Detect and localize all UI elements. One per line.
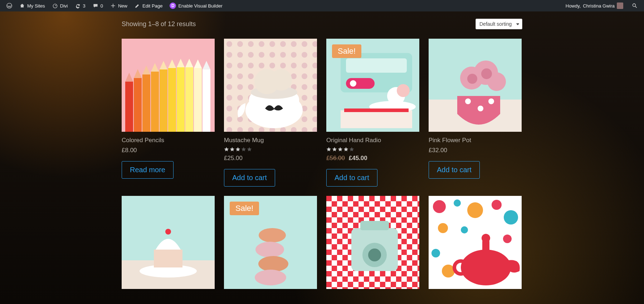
- svg-point-50: [467, 74, 477, 84]
- result-count: Showing 1–8 of 12 results: [122, 20, 196, 28]
- star-rating: [224, 147, 317, 152]
- edit-page-label: Edit Page: [142, 3, 162, 9]
- svg-point-74: [492, 200, 502, 210]
- enable-visual-builder[interactable]: D Enable Visual Builder: [166, 0, 226, 11]
- svg-rect-18: [185, 67, 193, 132]
- read-more-button[interactable]: Read more: [122, 161, 174, 179]
- product-card: [122, 196, 215, 289]
- adminbar-left: My Sites Divi 3 0 New: [3, 0, 226, 11]
- svg-point-73: [467, 202, 483, 218]
- svg-point-2: [633, 4, 635, 6]
- gauge-icon: [52, 3, 58, 9]
- svg-point-45: [478, 106, 483, 111]
- adminbar-search[interactable]: [628, 0, 641, 11]
- pencil-icon: [135, 3, 140, 9]
- product-card: [429, 196, 522, 289]
- updates-count: 3: [83, 3, 86, 9]
- my-sites-menu[interactable]: My Sites: [16, 0, 49, 11]
- product-price-row: £56.00 £45.00: [326, 155, 419, 162]
- product-image: [122, 39, 215, 132]
- product-price: £25.00: [224, 155, 317, 162]
- add-to-cart-button[interactable]: Add to cart: [326, 169, 377, 187]
- product-link[interactable]: [429, 39, 522, 132]
- product-title: Colored Pencils: [122, 137, 215, 144]
- product-link[interactable]: [429, 196, 522, 289]
- product-card: Sale! Original Hand Radio £56.00 £45.00 …: [326, 39, 419, 187]
- wp-logo-menu[interactable]: [3, 0, 16, 11]
- svg-point-76: [438, 223, 448, 233]
- sale-badge: Sale!: [230, 202, 259, 215]
- product-price: £8.00: [122, 147, 215, 154]
- svg-point-77: [461, 226, 468, 233]
- product-image: [429, 39, 522, 132]
- add-to-cart-button[interactable]: Add to cart: [429, 161, 480, 179]
- new-content-menu[interactable]: New: [107, 0, 131, 11]
- adminbar-right: Howdy, Christina Gwira: [562, 0, 641, 11]
- product-card: Colored Pencils £8.00 Read more: [122, 39, 215, 187]
- svg-rect-55: [154, 250, 182, 267]
- product-card: [326, 196, 419, 289]
- sale-badge: Sale!: [332, 44, 361, 58]
- divi-icon: D: [170, 3, 176, 9]
- svg-rect-22: [203, 69, 210, 132]
- product-link[interactable]: [224, 39, 317, 132]
- plus-icon: [110, 3, 116, 9]
- my-sites-label: My Sites: [27, 3, 45, 9]
- product-link[interactable]: [326, 196, 419, 289]
- star-rating: [326, 147, 419, 152]
- product-price: £32.00: [429, 147, 522, 154]
- updates-menu[interactable]: 3: [72, 0, 89, 11]
- edit-page-menu[interactable]: Edit Page: [131, 0, 166, 11]
- product-title: Mustache Mug: [224, 137, 317, 144]
- comments-count: 0: [101, 3, 103, 9]
- product-image: [122, 196, 215, 289]
- svg-point-75: [504, 210, 518, 225]
- sort-select[interactable]: Default sorting: [475, 19, 522, 29]
- svg-point-39: [397, 84, 410, 97]
- product-link[interactable]: Sale!: [224, 196, 317, 289]
- svg-rect-6: [134, 78, 142, 132]
- svg-rect-41: [344, 108, 409, 112]
- product-image: [224, 39, 317, 132]
- svg-point-44: [465, 98, 471, 104]
- svg-rect-14: [168, 68, 176, 132]
- user-display-name: Christina Gwira: [583, 3, 615, 9]
- svg-point-71: [433, 200, 446, 213]
- product-title: Original Hand Radio: [326, 137, 419, 144]
- svg-point-56: [165, 229, 171, 235]
- shop-wrap: Showing 1–8 of 12 results Default sortin…: [122, 19, 522, 289]
- product-image: [326, 196, 419, 289]
- my-account-menu[interactable]: Howdy, Christina Gwira: [562, 0, 627, 11]
- product-price: £45.00: [349, 155, 367, 161]
- wp-admin-bar: My Sites Divi 3 0 New: [0, 0, 644, 11]
- svg-point-78: [503, 235, 512, 243]
- add-to-cart-button[interactable]: Add to cart: [224, 169, 275, 187]
- product-link[interactable]: [122, 39, 215, 132]
- svg-point-51: [481, 68, 492, 79]
- avatar: [617, 3, 623, 9]
- svg-rect-4: [125, 82, 133, 132]
- svg-point-59: [255, 242, 284, 257]
- search-icon: [632, 3, 638, 9]
- svg-point-31: [270, 69, 292, 91]
- svg-point-61: [255, 270, 286, 285]
- svg-point-60: [258, 256, 288, 272]
- enable-vb-label: Enable Visual Builder: [178, 3, 222, 9]
- svg-rect-40: [341, 110, 412, 128]
- svg-rect-12: [160, 69, 167, 132]
- house-icon: [19, 3, 25, 9]
- product-image: [429, 196, 522, 289]
- product-grid: Colored Pencils £8.00 Read more Mus: [122, 39, 522, 289]
- comments-menu[interactable]: 0: [89, 0, 107, 11]
- svg-point-46: [488, 98, 494, 104]
- product-link[interactable]: [122, 196, 215, 289]
- product-title: Pink Flower Pot: [429, 137, 522, 144]
- svg-rect-69: [360, 221, 389, 230]
- product-link[interactable]: Sale!: [326, 39, 419, 132]
- svg-point-83: [482, 234, 490, 242]
- site-name-label: Divi: [60, 3, 68, 9]
- product-old-price: £56.00: [326, 155, 345, 161]
- site-name-menu[interactable]: Divi: [49, 0, 72, 11]
- svg-point-58: [259, 228, 286, 242]
- svg-rect-20: [194, 68, 202, 132]
